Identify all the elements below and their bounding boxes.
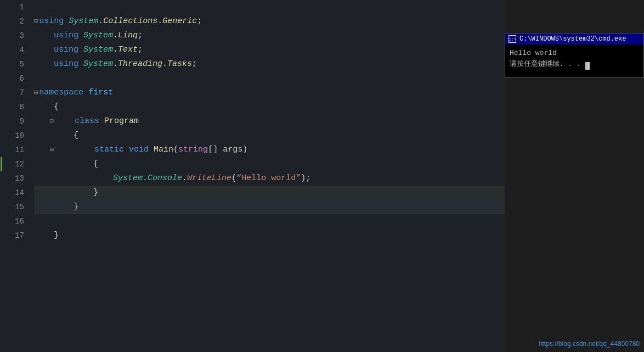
code-line: ⊟ class Program (34, 114, 505, 128)
line-number: 7 (2, 86, 24, 100)
line-number: 4 (2, 43, 24, 57)
cmd-output-line: 请按任意键继续. . . (510, 59, 639, 70)
code-line: { (34, 128, 505, 143)
code-line (34, 0, 505, 14)
code-line: ⊟ static void Main(string[] args) (34, 143, 505, 157)
git-modified-indicator (1, 157, 2, 171)
line-number: 6 (2, 71, 24, 86)
line-number: 1 (2, 0, 24, 14)
cmd-icon: C:\ (509, 35, 516, 43)
line-number: 9 (2, 114, 24, 128)
line-number: 14 (2, 186, 24, 200)
watermark: https://blog.csdn.net/qq_44800780 (539, 340, 640, 348)
line-number: 15 (2, 200, 24, 214)
line-number: 2 (2, 14, 24, 29)
cmd-cursor (585, 62, 590, 70)
line-number: 13 (2, 171, 24, 186)
cmd-titlebar: C:\ C:\WINDOWS\system32\cmd.exe (505, 33, 643, 44)
code-line: ⊟namespace first (34, 86, 505, 100)
code-line: System.Console.WriteLine(“Hello world”); (34, 171, 505, 186)
line-number: 16 (2, 214, 24, 228)
line-number: 5 (2, 57, 24, 71)
code-line: ⊟using System.Collections.Generic; (34, 14, 505, 29)
cmd-body: Hello world请按任意键继续. . . (505, 44, 643, 77)
cmd-output-line: Hello world (510, 48, 639, 59)
code-content: ⊟using System.Collections.Generic; using… (29, 0, 505, 352)
code-line: { (34, 157, 505, 171)
line-numbers: 1234567891011121314151617 (2, 0, 29, 352)
gutter-bar (0, 0, 2, 352)
cmd-window: C:\ C:\WINDOWS\system32\cmd.exe Hello wo… (505, 33, 644, 78)
line-number: 11 (2, 143, 24, 157)
code-line: using System.Threading.Tasks; (34, 57, 505, 71)
code-line: } (34, 200, 505, 214)
line-number: 17 (2, 228, 24, 243)
line-number: 12 (2, 157, 24, 171)
code-line (34, 214, 505, 228)
code-line: } (34, 228, 505, 243)
cmd-title: C:\WINDOWS\system32\cmd.exe (519, 35, 626, 43)
code-editor[interactable]: 1234567891011121314151617 ⊟using System.… (0, 0, 505, 352)
code-line: using System.Linq; (34, 29, 505, 43)
line-number: 3 (2, 29, 24, 43)
line-number: 8 (2, 100, 24, 114)
code-line: using System.Text; (34, 43, 505, 57)
code-line (34, 71, 505, 86)
code-line: } (34, 186, 505, 200)
code-line: { (34, 100, 505, 114)
line-number: 10 (2, 128, 24, 143)
